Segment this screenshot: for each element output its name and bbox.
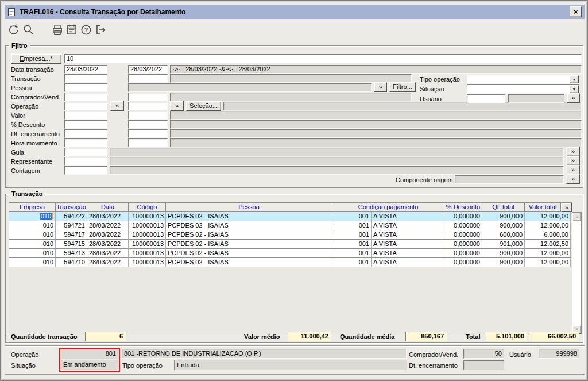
quantidade-transacao-value: 6 [85,332,126,341]
tipo-operacao-select[interactable]: ▼ [467,75,579,84]
label-operacao: Operação [11,103,38,110]
label-valor-medio: Valor médio [244,333,280,341]
desconto-to-field[interactable] [128,120,168,129]
table-row[interactable]: 010 594715 28/03/2022 100000013 PCPDES 0… [9,240,571,249]
data-to-field[interactable]: 28/03/2022 [128,65,168,74]
representante-expand-button[interactable]: » [566,156,580,166]
col-header-condicao[interactable]: Condição pagamento [332,203,444,212]
col-header-qt[interactable]: Qt. total [482,203,525,212]
grid-columns-expand-button[interactable]: » [561,203,572,212]
label-valor: Valor [11,112,25,120]
contagem-field[interactable] [64,166,107,175]
operacao-list-expand-button[interactable]: » [170,101,184,111]
print-button[interactable] [51,24,64,36]
scroll-up-icon[interactable]: ▲ [572,213,581,221]
total-quantidade-value: 5.101,000 [486,332,527,341]
dt-encerramento-info-field [170,129,582,138]
calendar-button[interactable] [65,24,78,36]
col-header-transacao[interactable]: Transação [56,203,87,212]
guia-field[interactable] [64,148,107,156]
guia-info-field [110,148,564,156]
label-guia: Guia [11,149,24,156]
usuario-filter-field[interactable] [467,94,505,103]
close-button[interactable]: × [570,6,582,17]
empresa-field[interactable]: 10 [64,54,582,63]
label-data-transacao: Data transação [11,66,54,74]
filtro-group-label: Filtro [9,41,30,49]
label-usuario: Usuário [420,95,442,103]
operacao-from-field[interactable] [64,102,107,110]
label-quantidade-media: Quantidade média [340,333,394,341]
componente-origem-expand-button[interactable]: » [566,174,580,184]
label-dt-encerramento-footer: Dt. encerramento [409,362,458,370]
empresa-button[interactable]: Empresa...* [11,53,61,64]
help-button[interactable]: ? [80,24,92,36]
dt-encerramento-to-field[interactable] [128,129,168,138]
dt-encerramento-from-field[interactable] [64,129,107,138]
representante-field[interactable] [64,157,107,166]
search-button[interactable] [22,24,35,36]
contagem-expand-button[interactable]: » [566,165,580,175]
exit-button[interactable] [94,24,107,36]
table-row[interactable]: 010 594721 28/03/2022 100000013 PCPDES 0… [9,221,571,230]
chevron-down-icon[interactable]: ▼ [570,85,579,93]
selecao-button[interactable]: Seleção... [186,101,221,111]
data-from-field[interactable]: 28/03/2022 [64,65,107,74]
comprador-value-field: 50 [463,349,504,359]
col-header-data[interactable]: Data [87,203,129,212]
label-usuario-footer: Usuário [509,351,531,359]
table-row[interactable]: 010 594722 28/03/2022 100000013 PCPDES 0… [9,212,571,221]
title-bar: TRAFL016 - Consulta Transação por Detalh… [5,5,585,19]
app-window: TRAFL016 - Consulta Transação por Detalh… [0,0,588,381]
hora-movimento-to-field[interactable] [128,138,168,147]
transactions-grid: Empresa Transação Data Código Pessoa Con… [9,202,572,334]
representante-info-field [110,157,564,166]
undo-button[interactable] [7,24,20,36]
table-row[interactable]: 010 594710 28/03/2022 100000013 PCPDES 0… [9,258,571,267]
operacao-info-field [223,102,582,110]
valor-from-field[interactable] [64,111,107,120]
chevron-down-icon[interactable]: ▼ [570,75,579,83]
total-valor-value: 66.002,50 [529,332,579,341]
undo-icon [7,24,20,36]
table-row[interactable]: 010 594717 28/03/2022 100000013 PCPDES 0… [9,230,571,240]
desconto-from-field[interactable] [64,120,107,129]
grid-header: Empresa Transação Data Código Pessoa Con… [9,203,561,212]
situacao-status-value: Em andamento [61,360,118,370]
col-header-pessoa[interactable]: Pessoa [166,203,332,212]
window-title: TRAFL016 - Consulta Transação por Detalh… [20,8,185,16]
transacao-to-field[interactable] [128,74,168,83]
valor-to-field[interactable] [128,111,168,120]
usuario-value-field: 999998 [539,349,579,359]
label-transacao: Transação [11,75,41,83]
guia-expand-button[interactable]: » [566,147,580,156]
col-header-valor[interactable]: Valor total [525,203,561,212]
help-icon: ? [80,24,92,36]
label-tipo-operacao: Tipo operação [420,76,460,83]
hora-movimento-from-field[interactable] [64,138,107,147]
pessoa-field[interactable] [64,83,107,92]
usuario-expand-button[interactable]: » [567,93,580,103]
calendar-icon [65,24,78,36]
hora-movimento-info-field [170,138,582,147]
operacao-desc-field: 801 -RETORNO DE INDUSTRIALIZACAO (O.P.) [122,349,407,359]
col-header-empresa[interactable]: Empresa [9,203,56,212]
transacao-group-label: Transação [9,190,45,198]
col-header-codigo[interactable]: Código [129,203,166,212]
comprador-from-field[interactable] [64,93,107,101]
comprador-to-field[interactable] [128,93,168,101]
selected-cell-text[interactable]: 010 [40,213,52,220]
label-comprador-footer: Comprador/Vend. [409,351,458,359]
label-quantidade-transacao: Quantidade transação [11,333,78,341]
filtro-button[interactable]: Filtro... [389,82,416,92]
label-dt-encerramento: Dt. encerramento [11,130,60,138]
operacao-expand-button[interactable]: » [110,101,124,111]
pessoa-info-field [128,83,372,92]
situacao-select[interactable]: ▼ [467,84,579,94]
transacao-from-field[interactable] [64,74,107,83]
grid-vertical-scrollbar[interactable]: ▲ ▼ [572,212,582,334]
col-header-desconto[interactable]: % Desconto [444,203,482,212]
pessoa-expand-button[interactable]: » [374,82,387,92]
operacao-to-field[interactable] [128,102,168,110]
table-row[interactable]: 010 594713 28/03/2022 100000013 PCPDES 0… [9,249,571,258]
